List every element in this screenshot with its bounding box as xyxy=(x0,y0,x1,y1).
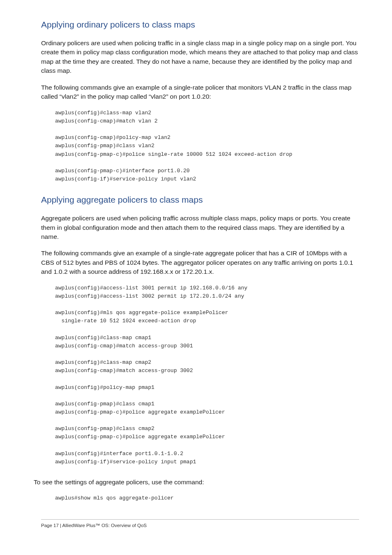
section1-para2: The following commands give an example o… xyxy=(41,83,359,102)
section1-para1: Ordinary policers are used when policing… xyxy=(41,39,359,76)
footer-divider xyxy=(41,519,359,520)
page-container: Applying ordinary policers to class maps… xyxy=(0,0,392,555)
footer-text: Page 17 | AlliedWare Plus™ OS: Overview … xyxy=(41,523,359,528)
section2-code: awplus(config)#access-list 3001 permit i… xyxy=(55,284,359,466)
section2-code2: awplus#show mls qos aggregate-policer xyxy=(55,494,359,502)
section2-para3: To see the settings of aggregate policer… xyxy=(34,478,359,487)
section1-heading: Applying ordinary policers to class maps xyxy=(41,20,359,30)
section2-para2: The following commands give an example o… xyxy=(41,249,359,276)
section2-para1: Aggregate policers are used when policin… xyxy=(41,214,359,241)
section1-code: awplus(config)#class-map vlan2 awplus(co… xyxy=(55,109,359,183)
section2-heading: Applying aggregate policers to class map… xyxy=(41,195,359,205)
